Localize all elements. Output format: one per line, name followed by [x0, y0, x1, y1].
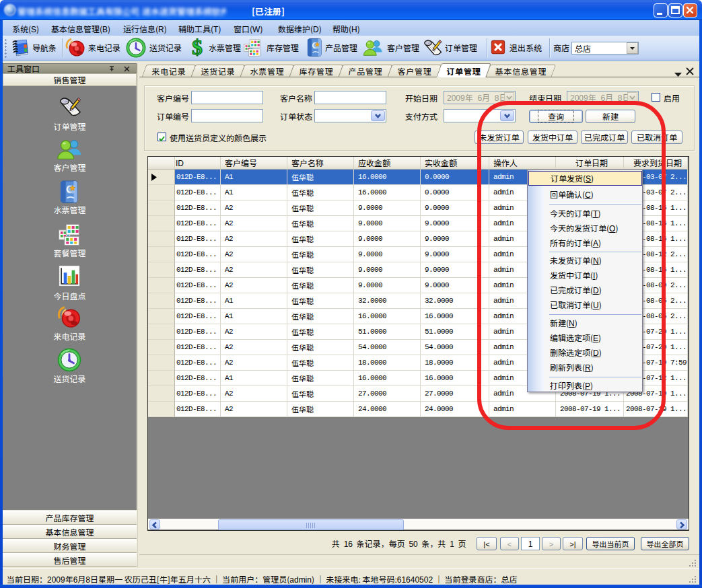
svg-text:$: $: [192, 37, 203, 57]
